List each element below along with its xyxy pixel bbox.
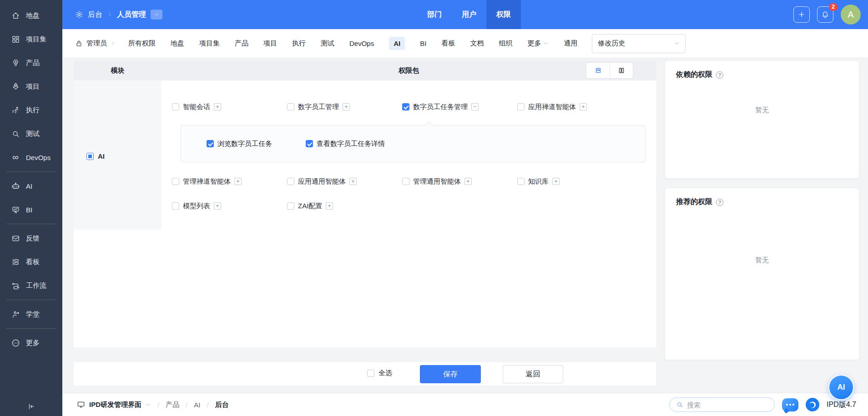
add-button[interactable] bbox=[793, 6, 810, 23]
checkbox-checked[interactable] bbox=[207, 140, 214, 147]
app-switcher[interactable]: IPD研发管理界面 bbox=[77, 401, 151, 409]
checkbox[interactable] bbox=[287, 103, 294, 110]
perm-tab-project[interactable]: 项目 bbox=[263, 39, 277, 48]
role-selector[interactable]: 管理员 bbox=[75, 39, 116, 48]
permission-item[interactable]: 应用禅道智能体 + bbox=[517, 103, 632, 111]
help-icon[interactable] bbox=[716, 199, 723, 206]
tab-user[interactable]: 用户 bbox=[452, 0, 486, 29]
checkbox[interactable] bbox=[172, 202, 179, 210]
sidebar-item-project-set[interactable]: 项目集 bbox=[0, 27, 62, 51]
expand-toggle[interactable]: + bbox=[214, 202, 221, 210]
avatar[interactable]: A bbox=[841, 5, 861, 25]
permission-item[interactable]: 数字员工管理 + bbox=[287, 103, 402, 111]
perm-tab-kanban[interactable]: 看板 bbox=[441, 39, 455, 48]
sidebar-item-school[interactable]: 学堂 bbox=[0, 302, 62, 326]
perm-tab-execution[interactable]: 执行 bbox=[292, 39, 306, 48]
recommended-permissions-card: 推荐的权限 暂无 bbox=[665, 188, 859, 360]
sidebar-item-label: 反馈 bbox=[26, 234, 40, 243]
sidebar-item-project[interactable]: 项目 bbox=[0, 75, 62, 98]
tab-privilege[interactable]: 权限 bbox=[486, 0, 521, 29]
checkbox[interactable] bbox=[517, 103, 525, 110]
permission-item[interactable]: 模型列表 + bbox=[172, 202, 287, 211]
perm-tab-devops[interactable]: DevOps bbox=[349, 40, 374, 47]
breadcrumb-page[interactable]: 人员管理 bbox=[117, 10, 146, 20]
execution-icon bbox=[11, 105, 20, 115]
row-view-button[interactable] bbox=[586, 63, 610, 78]
footer-crumb-admin[interactable]: 后台 bbox=[215, 401, 229, 409]
tab-department[interactable]: 部门 bbox=[417, 0, 452, 29]
expand-toggle[interactable]: + bbox=[552, 178, 560, 185]
perm-tab-bi[interactable]: BI bbox=[420, 40, 426, 47]
notification-button[interactable]: 2 bbox=[817, 6, 833, 23]
checkbox-checked[interactable] bbox=[306, 140, 313, 147]
permission-item[interactable]: 智能会话 + bbox=[172, 103, 287, 111]
permission-item[interactable]: 管理通用智能体 + bbox=[402, 177, 517, 186]
checkbox[interactable] bbox=[287, 178, 294, 185]
sidebar-item-execution[interactable]: 执行 bbox=[0, 98, 62, 122]
project-set-icon bbox=[11, 35, 20, 44]
sidebar-collapse-button[interactable] bbox=[0, 402, 62, 411]
breadcrumb-section[interactable]: 后台 bbox=[88, 10, 102, 20]
sidebar-item-ai[interactable]: AI bbox=[0, 174, 62, 198]
perm-tab-home[interactable]: 地盘 bbox=[171, 39, 184, 48]
expand-toggle[interactable]: + bbox=[326, 202, 333, 210]
sidebar-item-workflow[interactable]: 工作流 bbox=[0, 274, 62, 297]
select-all[interactable]: 全选 bbox=[367, 369, 392, 377]
module-checkbox[interactable] bbox=[86, 153, 94, 160]
help-icon[interactable] bbox=[716, 71, 723, 79]
sidebar-item-feedback[interactable]: 反馈 bbox=[0, 226, 62, 250]
back-button[interactable]: 返回 bbox=[503, 365, 563, 383]
gear-icon bbox=[75, 10, 83, 19]
perm-tab-test[interactable]: 测试 bbox=[321, 39, 334, 48]
table-header: 模块 权限包 bbox=[74, 60, 656, 80]
checkbox[interactable] bbox=[172, 103, 179, 110]
expand-toggle[interactable]: + bbox=[580, 103, 587, 110]
sidebar-item-more[interactable]: 更多 bbox=[0, 331, 62, 355]
permission-item[interactable]: 数字员工任务管理 − bbox=[402, 103, 517, 111]
module-item-ai[interactable]: AI bbox=[86, 152, 105, 160]
lock-icon bbox=[75, 40, 83, 47]
perm-tab-project-set[interactable]: 项目集 bbox=[199, 39, 220, 48]
sidebar-item-product[interactable]: 产品 bbox=[0, 51, 62, 75]
sidebar-item-kanban[interactable]: 看板 bbox=[0, 250, 62, 274]
history-select[interactable]: 修改历史 bbox=[592, 34, 686, 53]
checkbox[interactable] bbox=[517, 178, 525, 185]
perm-tab-general[interactable]: 通用 bbox=[564, 39, 577, 48]
permission-item[interactable]: ZAI配置 + bbox=[287, 202, 402, 211]
permission-item[interactable]: 应用通用智能体 + bbox=[287, 177, 402, 186]
expand-toggle[interactable]: + bbox=[214, 103, 221, 110]
sidebar-item-test[interactable]: 测试 bbox=[0, 122, 62, 145]
search-input[interactable] bbox=[687, 401, 768, 409]
permission-item[interactable]: 管理禅道智能体 + bbox=[172, 177, 287, 186]
sidebar-item-bi[interactable]: BI bbox=[0, 198, 62, 221]
expand-toggle[interactable]: + bbox=[349, 178, 357, 185]
expand-toggle[interactable]: + bbox=[343, 103, 350, 110]
perm-tab-org[interactable]: 组织 bbox=[499, 39, 512, 48]
checkbox[interactable] bbox=[287, 202, 294, 210]
ai-assistant-button[interactable]: AI bbox=[828, 375, 854, 400]
sub-permission-item[interactable]: 查看数字员工任务详情 bbox=[306, 140, 385, 148]
checkbox[interactable] bbox=[402, 178, 409, 185]
select-all-checkbox[interactable] bbox=[367, 370, 374, 377]
perm-tab-all[interactable]: 所有权限 bbox=[128, 39, 156, 48]
chat-icon[interactable] bbox=[782, 398, 798, 411]
perm-tab-more[interactable]: 更多 bbox=[527, 39, 548, 48]
expand-toggle[interactable]: + bbox=[464, 178, 472, 185]
perm-tab-doc[interactable]: 文档 bbox=[470, 39, 484, 48]
footer-crumb-product[interactable]: 产品 bbox=[166, 401, 179, 409]
page-switcher-button[interactable] bbox=[151, 10, 162, 20]
expand-toggle[interactable]: + bbox=[234, 178, 242, 185]
sidebar-item-devops[interactable]: DevOps bbox=[0, 145, 62, 169]
collapse-toggle[interactable]: − bbox=[471, 103, 479, 110]
checkbox[interactable] bbox=[172, 178, 179, 185]
bi-chart-icon bbox=[11, 205, 20, 214]
checkbox-checked[interactable] bbox=[402, 103, 409, 110]
save-button[interactable]: 保存 bbox=[420, 365, 481, 383]
perm-tab-product[interactable]: 产品 bbox=[235, 39, 248, 48]
perm-tab-ai[interactable]: AI bbox=[389, 37, 405, 50]
footer-crumb-ai[interactable]: AI bbox=[194, 401, 200, 409]
permission-item[interactable]: 知识库 + bbox=[517, 177, 632, 186]
sub-permission-item[interactable]: 浏览数字员工任务 bbox=[207, 140, 272, 148]
sidebar-item-home[interactable]: 地盘 bbox=[0, 4, 62, 27]
column-view-button[interactable] bbox=[610, 63, 633, 78]
